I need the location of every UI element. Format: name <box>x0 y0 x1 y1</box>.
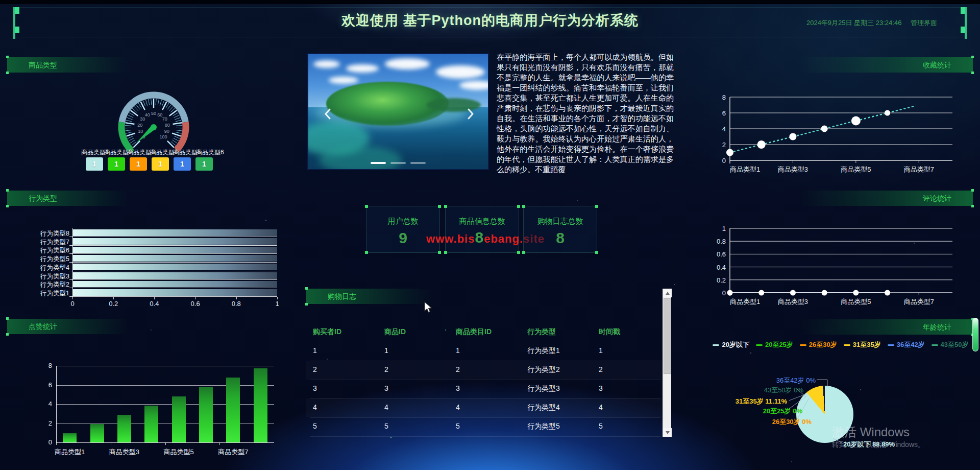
gauge-legend-value-box[interactable]: 1 <box>130 157 147 171</box>
behavior-bar <box>72 255 277 262</box>
article-text: 在平静的海平面上，每个人都可以成为领航员。但如果只有阳光而没有阴影，只有欢乐而没… <box>497 52 674 176</box>
pie-callout-label: 36至42岁 0% <box>749 376 816 385</box>
scrollbar-thumb[interactable] <box>664 298 671 374</box>
panel-like-stats: 点赞统计 86420商品类型1商品类型3商品类型5商品类型7 <box>7 316 278 466</box>
image-carousel[interactable] <box>307 53 489 170</box>
table-cell: 行为类型2 <box>527 365 560 374</box>
panel-shopping-log: 购物日志 购买者ID商品ID商品类目ID行为类型时间戳111行为类型11222行… <box>306 288 674 438</box>
table-cell: 1 <box>384 346 388 355</box>
behavior-x-tick: 1 <box>271 300 283 308</box>
table-cell: 3 <box>599 384 603 392</box>
table-cell: 4 <box>599 403 603 411</box>
panel-behavior-type: 行为类型 行为类型8行为类型7行为类型6行为类型5行为类型4行为类型3行为类型2… <box>7 187 278 313</box>
statbox-logs: 购物日志总数 8 <box>523 206 597 253</box>
like-y-tick: 4 <box>41 400 52 408</box>
like-bar <box>254 368 267 442</box>
svg-text:0.4: 0.4 <box>717 264 726 271</box>
stat-label: 商品信息总数 <box>446 217 519 226</box>
behavior-x-tick: 0.4 <box>148 300 160 308</box>
dashboard-root: 欢迎使用 基于Python的电商用户行为分析系统 2024年9月25日 星期三 … <box>0 0 980 470</box>
behavior-bar-chart: 行为类型8行为类型7行为类型6行为类型5行为类型4行为类型3行为类型2行为类型1… <box>7 187 278 313</box>
table-column-header: 行为类型 <box>527 327 556 337</box>
behavior-category-label: 行为类型8 <box>9 229 69 238</box>
gauge-legend-label[interactable]: 商品类型6 <box>196 148 224 157</box>
svg-text:0: 0 <box>722 157 726 165</box>
like-bar <box>226 378 240 442</box>
like-y-tick: 6 <box>41 381 52 389</box>
svg-text:0.2: 0.2 <box>717 276 726 284</box>
behavior-category-label: 行为类型7 <box>9 238 69 247</box>
scrollbar-up-arrow[interactable] <box>663 289 672 297</box>
table-cell: 4 <box>456 403 460 411</box>
favorite-scatter-chart: 86420商品类型1商品类型3商品类型5商品类型7 <box>706 53 975 183</box>
behavior-x-tick: 0.2 <box>107 300 119 308</box>
table-cell: 2 <box>384 365 388 373</box>
table-cell: 1 <box>313 346 317 355</box>
gauge-legend-value-box[interactable]: 1 <box>86 157 103 171</box>
svg-text:2: 2 <box>722 141 726 149</box>
gauge-legend-value-box[interactable]: 1 <box>195 157 213 171</box>
behavior-x-tick: 0.6 <box>189 300 202 308</box>
table-column-header: 时间戳 <box>599 327 620 337</box>
table-cell: 3 <box>456 384 460 392</box>
stat-value: 8 <box>524 229 597 247</box>
table-cell: 行为类型4 <box>527 403 560 412</box>
behavior-category-label: 行为类型1 <box>9 289 69 298</box>
header-top-line <box>15 8 965 8</box>
svg-text:0.8: 0.8 <box>717 238 726 245</box>
like-x-tick: 商品类型5 <box>161 448 197 457</box>
like-bar-chart: 86420商品类型1商品类型3商品类型5商品类型7 <box>7 316 278 466</box>
table-cell: 1 <box>456 346 460 355</box>
windows-activate-watermark-line2: 转到“设置”以激活 Windows。 <box>832 440 925 450</box>
admin-link[interactable]: 管理界面 <box>911 19 937 27</box>
like-x-tick: 商品类型1 <box>52 448 88 457</box>
behavior-bar <box>72 238 277 245</box>
svg-text:商品类型3: 商品类型3 <box>778 166 808 173</box>
carousel-indicator[interactable] <box>410 162 426 164</box>
like-x-tick: 商品类型7 <box>215 448 251 457</box>
table-cell: 行为类型3 <box>527 384 560 393</box>
table-cell: 5 <box>456 422 460 430</box>
pie-callout-label: 43至50岁 0% <box>737 386 803 395</box>
carousel-prev-arrow[interactable] <box>322 106 335 122</box>
carousel-indicators <box>371 162 426 164</box>
svg-text:商品类型1: 商品类型1 <box>730 298 760 306</box>
pie-callout-label: 20至25岁 0% <box>736 407 802 416</box>
like-bar <box>199 387 213 442</box>
carousel-indicator[interactable] <box>390 162 406 164</box>
table-cell: 4 <box>313 403 317 411</box>
svg-text:0.6: 0.6 <box>717 250 726 258</box>
mouse-cursor <box>424 301 435 314</box>
behavior-x-tick: 0 <box>66 300 79 308</box>
panel-product-type: 商品类型 0102030405060708090100 商品类型11商品类型21… <box>7 53 278 183</box>
like-y-tick: 0 <box>41 438 52 446</box>
carousel-next-arrow[interactable] <box>463 106 477 122</box>
gauge-legend-value-box[interactable]: 1 <box>174 157 191 171</box>
scrollbar-down-arrow[interactable] <box>663 428 672 437</box>
like-bar <box>63 433 77 442</box>
table-scrollbar[interactable] <box>663 289 671 437</box>
gauge-legend-value-box[interactable]: 1 <box>152 157 169 171</box>
svg-text:6: 6 <box>722 109 726 117</box>
svg-text:8: 8 <box>722 93 726 101</box>
behavior-bar <box>72 264 277 270</box>
like-x-tick: 商品类型3 <box>106 448 142 457</box>
current-date: 2024年9月25日 星期三 23:24:46 <box>806 19 901 27</box>
table-cell: 5 <box>384 422 388 430</box>
svg-text:商品类型5: 商品类型5 <box>841 166 871 173</box>
svg-text:商品类型5: 商品类型5 <box>841 298 871 306</box>
table-cell: 4 <box>384 403 388 411</box>
stat-value: 8 <box>475 229 484 246</box>
behavior-category-label: 行为类型2 <box>9 280 69 289</box>
svg-text:商品类型1: 商品类型1 <box>730 166 760 173</box>
table-cell: 5 <box>599 422 603 430</box>
page-scrollbar-thumb[interactable] <box>972 318 978 351</box>
gauge-legend-value-box[interactable]: 1 <box>108 157 125 171</box>
behavior-x-tick: 0.8 <box>230 300 242 308</box>
statbox-products: 商品信息总数 www.bis8ebang.site <box>445 206 519 253</box>
behavior-category-label: 行为类型6 <box>9 246 69 255</box>
table-cell: 2 <box>313 365 317 373</box>
svg-text:商品类型3: 商品类型3 <box>778 298 808 306</box>
pie-callout-label: 26至30岁 0% <box>745 417 812 427</box>
carousel-indicator[interactable] <box>371 162 386 164</box>
